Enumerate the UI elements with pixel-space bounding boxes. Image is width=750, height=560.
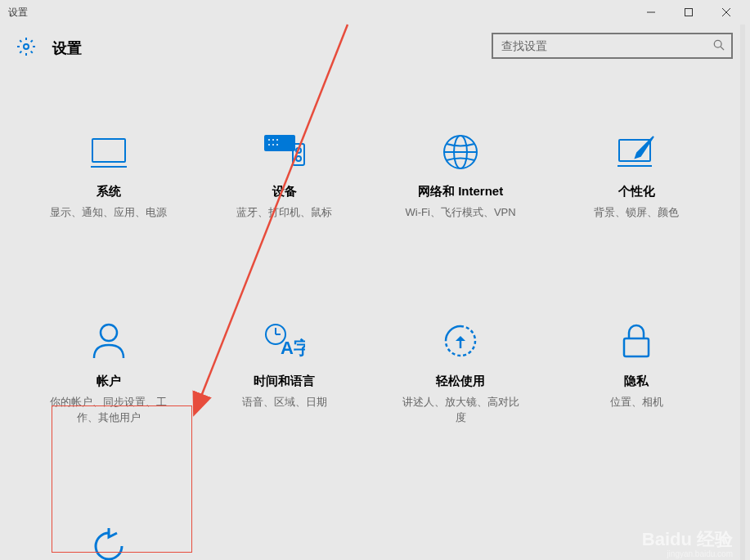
time-language-icon: A字 [264, 319, 305, 364]
minimize-icon [647, 8, 655, 16]
user-icon [91, 319, 127, 364]
tile-update-security[interactable]: 更新和安全 Windows 更新、恢复、备份 [25, 516, 192, 561]
display-icon [89, 129, 128, 174]
window-title: 设置 [8, 6, 28, 20]
svg-point-10 [268, 139, 270, 141]
tile-privacy[interactable]: 隐私 位置、相机 [553, 311, 721, 434]
tile-title: 轻松使用 [436, 374, 485, 389]
tile-personalization[interactable]: 个性化 背景、锁屏、颜色 [553, 121, 721, 229]
svg-point-12 [276, 139, 278, 141]
tile-desc: Wi-Fi、飞行模式、VPN [406, 204, 516, 221]
search-input[interactable] [493, 39, 707, 52]
devices-icon [262, 129, 308, 174]
tile-devices[interactable]: 设备 蓝牙、打印机、鼠标 [200, 121, 368, 229]
svg-rect-1 [685, 9, 693, 16]
svg-marker-29 [456, 336, 465, 341]
maximize-button[interactable] [670, 0, 707, 25]
tile-accounts[interactable]: 帐户 你的帐户、同步设置、工作、其他用户 [25, 311, 192, 434]
globe-icon [442, 129, 479, 174]
window-controls [632, 0, 745, 25]
page-title: 设置 [52, 38, 82, 58]
close-button[interactable] [707, 0, 745, 25]
svg-line-6 [721, 47, 724, 50]
tile-desc: 背景、锁屏、颜色 [594, 204, 679, 221]
tile-title: 网络和 Internet [418, 184, 503, 199]
search-box[interactable] [492, 33, 733, 59]
svg-point-24 [101, 325, 117, 341]
search-icon[interactable] [707, 39, 731, 53]
tile-time-language[interactable]: A字 时间和语言 语音、区域、日期 [200, 311, 368, 434]
settings-window: 设置 设置 [0, 0, 745, 560]
scrollbar[interactable] [740, 25, 745, 560]
update-icon [89, 524, 128, 561]
tile-title: 帐户 [97, 374, 121, 389]
tile-network[interactable]: 网络和 Internet Wi-Fi、飞行模式、VPN [377, 121, 545, 229]
minimize-button[interactable] [632, 0, 670, 25]
svg-rect-7 [92, 139, 125, 162]
tile-ease-of-access[interactable]: 轻松使用 讲述人、放大镜、高对比度 [377, 311, 545, 434]
svg-rect-31 [624, 338, 649, 356]
tile-title: 时间和语言 [254, 374, 315, 389]
svg-point-5 [714, 40, 721, 47]
svg-point-15 [276, 144, 278, 146]
svg-point-14 [272, 144, 274, 146]
lock-icon [620, 319, 653, 364]
tile-title: 系统 [97, 184, 121, 199]
svg-text:A字: A字 [281, 338, 305, 358]
tile-system[interactable]: 系统 显示、通知、应用、电源 [25, 121, 192, 229]
tile-title: 个性化 [618, 184, 655, 199]
personalize-icon [616, 129, 657, 174]
svg-point-17 [296, 148, 301, 153]
settings-grid: 系统 显示、通知、应用、电源 设备 蓝牙、打印机、鼠标 [0, 72, 745, 560]
svg-point-18 [296, 156, 301, 161]
tile-title: 设备 [272, 184, 297, 199]
tile-desc: 位置、相机 [610, 394, 663, 410]
titlebar: 设置 [0, 0, 745, 25]
tile-desc: 显示、通知、应用、电源 [50, 204, 167, 221]
close-icon [721, 7, 731, 17]
tile-title: 隐私 [624, 374, 649, 389]
header: 设置 [0, 25, 745, 72]
gear-icon [16, 37, 36, 60]
ease-icon [442, 319, 479, 364]
svg-rect-9 [265, 136, 294, 150]
svg-point-13 [268, 144, 270, 146]
tile-desc: 讲述人、放大镜、高对比度 [399, 394, 522, 426]
tile-desc: 你的帐户、同步设置、工作、其他用户 [47, 394, 170, 426]
svg-point-11 [272, 139, 274, 141]
tile-desc: 蓝牙、打印机、鼠标 [236, 204, 332, 221]
maximize-icon [685, 8, 693, 16]
svg-point-4 [24, 44, 29, 49]
tile-desc: 语音、区域、日期 [242, 394, 327, 410]
